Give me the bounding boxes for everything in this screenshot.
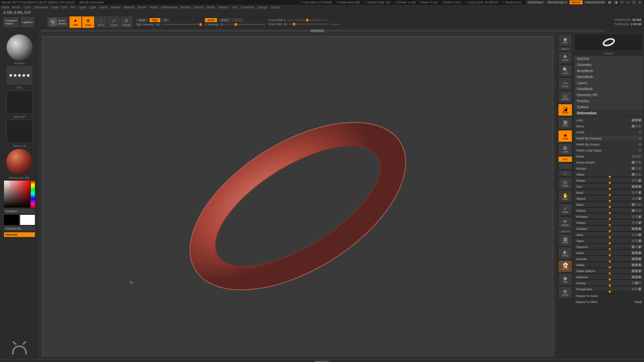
deform-rflatten[interactable]: RFlattenXYZ bbox=[575, 214, 643, 220]
xyz-button[interactable]: XYZ bbox=[558, 156, 572, 162]
z-intensity-slider[interactable] bbox=[225, 24, 265, 25]
menu-draw[interactable]: Draw bbox=[51, 6, 58, 9]
z-rot-icon[interactable]: ◯ bbox=[558, 170, 572, 176]
zcut-button[interactable]: Zcut bbox=[232, 18, 243, 22]
alpha-preview[interactable] bbox=[6, 90, 33, 114]
deform-gravity[interactable]: GravityXYZ bbox=[575, 280, 643, 286]
menu-edit[interactable]: Edit bbox=[62, 6, 67, 9]
deform-polish-crisp-edges[interactable]: Polish Crisp Edges bbox=[575, 147, 643, 153]
floor-button[interactable]: ▦Floor bbox=[558, 117, 572, 129]
menu-alpha[interactable]: Alpha bbox=[1, 6, 9, 9]
deform-polish-by-groups[interactable]: Polish By Groups bbox=[575, 141, 643, 147]
brush-preview[interactable] bbox=[6, 34, 33, 60]
menu-stencil[interactable]: Stencil bbox=[194, 6, 203, 9]
menu-texture[interactable]: Texture bbox=[218, 6, 228, 9]
menu-stroke[interactable]: Stroke bbox=[206, 6, 215, 9]
section-geometry[interactable]: Geometry bbox=[574, 62, 643, 68]
section-geometry-hd[interactable]: Geometry HD bbox=[574, 92, 643, 98]
deform-unify[interactable]: UnifyXYZ bbox=[575, 117, 643, 123]
menu-zplugin[interactable]: Zplugin bbox=[258, 6, 268, 9]
layout2-icon[interactable]: ◨ bbox=[613, 0, 619, 4]
section-arraymesh[interactable]: ArrayMesh bbox=[574, 68, 643, 74]
texture-preview[interactable] bbox=[6, 120, 33, 143]
lsym-button[interactable]: ✪L.Sym bbox=[558, 143, 572, 155]
draw-size-slider[interactable] bbox=[288, 23, 328, 25]
deform-perspective[interactable]: PerspectiveXYZ bbox=[575, 286, 643, 292]
stroke-preview[interactable] bbox=[6, 66, 33, 85]
tool-preview[interactable] bbox=[574, 34, 643, 51]
section-surface[interactable]: Surface bbox=[574, 104, 643, 110]
viewport-canvas[interactable]: ✛ bbox=[42, 36, 553, 356]
deform-polish[interactable]: Polish bbox=[575, 129, 643, 135]
layout-icon[interactable]: ◧ bbox=[607, 0, 612, 4]
deform-polish-by-features[interactable]: Polish By Features bbox=[575, 135, 643, 141]
edit-mode-button[interactable]: ✦Edit bbox=[69, 16, 82, 28]
deform-sflatten[interactable]: SFlattenXYZ bbox=[575, 226, 643, 232]
zoom-button[interactable]: 🔍Zoom bbox=[558, 65, 572, 77]
alternate-button[interactable]: Alternate bbox=[4, 232, 35, 237]
linefill-button[interactable]: Line Fill bbox=[558, 230, 572, 233]
deform-smart-resym[interactable]: Smart ReSymXYZ bbox=[575, 159, 643, 165]
mrgb-button[interactable]: Mrgb bbox=[136, 18, 148, 22]
section-preview[interactable]: Preview bbox=[574, 98, 643, 104]
swatch-white[interactable] bbox=[20, 215, 35, 225]
transp-button[interactable]: ◐Transp bbox=[558, 247, 572, 259]
deform-smooth[interactable]: SmoothXYZ bbox=[575, 256, 643, 262]
deform-flatten[interactable]: FlattenXYZ bbox=[575, 220, 643, 226]
focal-shift-slider[interactable] bbox=[287, 19, 327, 21]
scale-nav-button[interactable]: ⤢Scale bbox=[558, 203, 572, 216]
menu-tool[interactable]: Tool bbox=[232, 6, 237, 9]
menu-marker[interactable]: Marker bbox=[111, 6, 120, 9]
maximize-icon[interactable]: ☐ bbox=[631, 0, 637, 4]
menu-brush[interactable]: Brush bbox=[12, 6, 20, 9]
scroll-button[interactable]: ✥Scroll bbox=[558, 52, 572, 64]
gradient-button[interactable]: Gradient bbox=[4, 209, 35, 214]
deform-bend[interactable]: BendXYZ bbox=[575, 189, 643, 195]
y-rot-icon[interactable]: ☼ bbox=[558, 163, 572, 169]
deform-offset[interactable]: OffsetXYZ bbox=[575, 171, 643, 177]
deform-inflate[interactable]: InflateXYZ bbox=[575, 262, 643, 268]
bpr-button[interactable]: ◉BPR bbox=[558, 34, 572, 46]
spix-slider[interactable]: SPix 3 bbox=[558, 47, 572, 51]
m-button[interactable]: M bbox=[162, 18, 170, 22]
quicksave-button[interactable]: QuickSave bbox=[526, 0, 545, 4]
menu-document[interactable]: Document bbox=[34, 6, 48, 9]
menus-button[interactable]: Menus bbox=[570, 0, 583, 4]
solo-button[interactable]: ◉Solo bbox=[558, 273, 572, 285]
frame-button[interactable]: ⊡Frame bbox=[558, 177, 572, 189]
close-icon[interactable]: ✕ bbox=[637, 0, 643, 4]
ghost-button[interactable]: 👻Ghost bbox=[558, 260, 572, 272]
deform-inflate-balloon[interactable]: Inflate BalloonXYZ bbox=[575, 268, 643, 274]
menu-transform[interactable]: Transform bbox=[240, 6, 254, 9]
menu-layer[interactable]: Layer bbox=[78, 6, 86, 9]
move-mode-button[interactable]: ↕Move bbox=[95, 16, 107, 28]
color-picker[interactable] bbox=[4, 181, 35, 207]
deform-size[interactable]: SizeXYZ bbox=[575, 183, 643, 189]
section-fibermesh[interactable]: FiberMesh bbox=[574, 86, 643, 92]
lightbox-button[interactable]: LightBox bbox=[20, 16, 35, 28]
swatch-black[interactable] bbox=[4, 215, 19, 225]
dynamic-toggle[interactable]: Dynamic bbox=[330, 23, 340, 26]
help-icon[interactable]: ? bbox=[619, 0, 625, 4]
shelf-scrollbar[interactable] bbox=[40, 29, 604, 32]
deform-noise[interactable]: NoiseXYZ bbox=[575, 250, 643, 256]
menu-zscript[interactable]: Zscript bbox=[271, 6, 280, 9]
deform-spherize[interactable]: SpherizeXYZ bbox=[575, 274, 643, 280]
move-nav-button[interactable]: ✋Move bbox=[558, 190, 572, 202]
seethrough-slider[interactable]: See-through 0 bbox=[546, 0, 569, 4]
deform-skew[interactable]: SkewXYZ bbox=[575, 201, 643, 207]
defaultscript-button[interactable]: DefaultZScript bbox=[583, 0, 606, 4]
deform-sbend[interactable]: SBendXYZ bbox=[575, 195, 643, 201]
deform-sskew[interactable]: SSkewXYZ bbox=[575, 207, 643, 214]
zadd-button[interactable]: Zadd bbox=[205, 18, 217, 22]
deformation-header[interactable]: Deformation bbox=[574, 110, 643, 116]
deform-resym[interactable]: ReSymXYZ bbox=[575, 165, 643, 171]
aahalf-button[interactable]: ◱AAHalf bbox=[558, 91, 572, 103]
menu-light[interactable]: Light bbox=[90, 6, 96, 9]
menu-color[interactable]: Color bbox=[24, 6, 31, 9]
section-subtool[interactable]: SubTool bbox=[574, 56, 643, 62]
menu-macro[interactable]: Macro bbox=[99, 6, 108, 9]
menu-file[interactable]: File bbox=[70, 6, 75, 9]
menu-material[interactable]: Material bbox=[124, 6, 135, 9]
menu-render[interactable]: Render bbox=[181, 6, 191, 9]
